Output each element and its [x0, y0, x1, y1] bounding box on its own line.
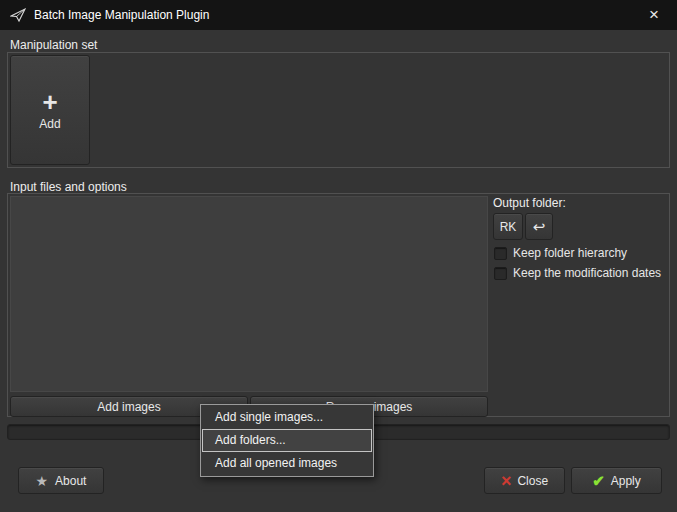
add-manipulation-button[interactable]: + Add — [10, 55, 90, 165]
keep-modification-dates-checkbox-row[interactable]: Keep the modification dates — [494, 266, 661, 280]
close-label: Close — [517, 474, 548, 488]
about-button[interactable]: ★ About — [18, 467, 104, 494]
apply-button[interactable]: ✔ Apply — [571, 467, 662, 494]
input-files-list[interactable] — [10, 196, 488, 392]
input-files-label: Input files and options — [10, 180, 127, 194]
add-images-label: Add images — [97, 400, 160, 414]
bimp-window: Batch Image Manipulation Plugin × Manipu… — [0, 0, 677, 512]
reset-output-folder-button[interactable]: ↩ — [525, 213, 553, 240]
window-title: Batch Image Manipulation Plugin — [34, 8, 209, 22]
titlebar-close-button[interactable]: × — [631, 0, 677, 30]
keep-folder-hierarchy-label: Keep folder hierarchy — [513, 246, 627, 260]
manipulation-set-frame — [7, 52, 670, 168]
add-manipulation-label: Add — [39, 117, 60, 131]
check-icon: ✔ — [592, 472, 605, 490]
menu-item-add-folders[interactable]: Add folders... — [202, 429, 372, 452]
apply-label: Apply — [611, 474, 641, 488]
undo-icon: ↩ — [533, 218, 546, 236]
output-folder-button-label: RK — [500, 220, 517, 234]
plus-icon: + — [42, 90, 57, 114]
output-folder-button[interactable]: RK — [493, 213, 523, 240]
star-icon: ★ — [36, 473, 49, 489]
close-icon: × — [501, 474, 512, 488]
add-images-context-menu: Add single images... Add folders... Add … — [200, 404, 374, 477]
app-icon — [9, 7, 26, 24]
keep-folder-hierarchy-checkbox-row[interactable]: Keep folder hierarchy — [494, 246, 627, 260]
keep-modification-dates-checkbox — [494, 267, 507, 280]
keep-modification-dates-label: Keep the modification dates — [513, 266, 661, 280]
keep-folder-hierarchy-checkbox — [494, 247, 507, 260]
close-button[interactable]: × Close — [484, 467, 565, 494]
menu-item-add-all-opened-images[interactable]: Add all opened images — [202, 452, 372, 475]
menu-item-add-single-images[interactable]: Add single images... — [202, 406, 372, 429]
about-label: About — [55, 474, 86, 488]
manipulation-set-label: Manipulation set — [10, 38, 97, 52]
titlebar: Batch Image Manipulation Plugin × — [0, 0, 677, 30]
output-folder-label: Output folder: — [493, 196, 566, 210]
